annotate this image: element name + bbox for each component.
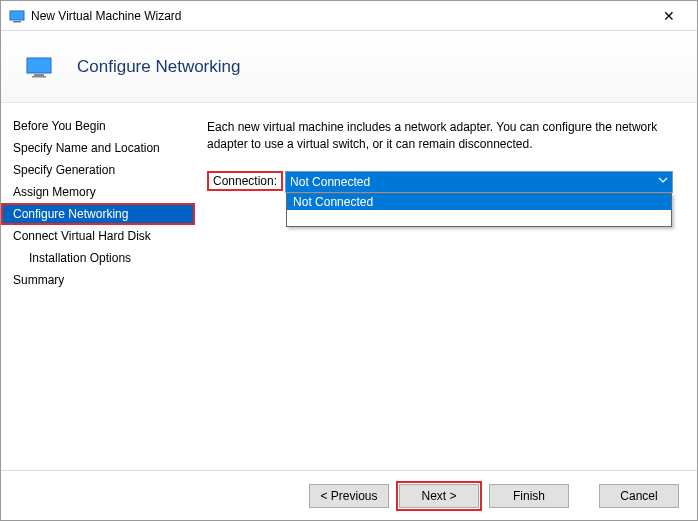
titlebar: New Virtual Machine Wizard ✕ (1, 1, 697, 31)
sidebar-item-before-you-begin[interactable]: Before You Begin (1, 115, 195, 137)
sidebar-item-specify-generation[interactable]: Specify Generation (1, 159, 195, 181)
svg-rect-1 (13, 21, 21, 23)
close-button[interactable]: ✕ (649, 1, 689, 31)
svg-rect-3 (34, 74, 44, 76)
sidebar-item-specify-name[interactable]: Specify Name and Location (1, 137, 195, 159)
page-title: Configure Networking (77, 57, 240, 77)
app-icon (9, 8, 25, 24)
combo-selected-value: Not Connected (290, 175, 370, 189)
svg-rect-0 (10, 11, 24, 20)
sidebar: Before You Begin Specify Name and Locati… (1, 103, 195, 470)
next-button[interactable]: Next > (399, 484, 479, 508)
chevron-down-icon (658, 174, 668, 188)
sidebar-item-configure-networking[interactable]: Configure Networking (1, 203, 195, 225)
finish-button[interactable]: Finish (489, 484, 569, 508)
window-title: New Virtual Machine Wizard (31, 9, 649, 23)
connection-combobox[interactable]: Not Connected Not Connected Default Swit… (285, 171, 673, 193)
wizard-header: Configure Networking (1, 31, 697, 103)
connection-label: Connection: (207, 171, 283, 191)
sidebar-item-assign-memory[interactable]: Assign Memory (1, 181, 195, 203)
connection-dropdown: Not Connected Default Switch (286, 193, 672, 227)
svg-rect-4 (32, 76, 46, 78)
sidebar-item-installation-options[interactable]: Installation Options (1, 247, 195, 269)
monitor-icon (25, 53, 53, 81)
footer: < Previous Next > Finish Cancel (1, 470, 697, 520)
sidebar-item-summary[interactable]: Summary (1, 269, 195, 291)
main-panel: Each new virtual machine includes a netw… (195, 103, 697, 470)
previous-button[interactable]: < Previous (309, 484, 389, 508)
sidebar-item-connect-vhd[interactable]: Connect Virtual Hard Disk (1, 225, 195, 247)
body: Before You Begin Specify Name and Locati… (1, 103, 697, 470)
option-default-switch[interactable]: Default Switch (287, 210, 671, 226)
cancel-button[interactable]: Cancel (599, 484, 679, 508)
description-text: Each new virtual machine includes a netw… (207, 119, 673, 153)
svg-rect-2 (27, 58, 51, 73)
option-not-connected[interactable]: Not Connected (287, 194, 671, 210)
connection-row: Connection: Not Connected Not Connected … (207, 171, 673, 193)
